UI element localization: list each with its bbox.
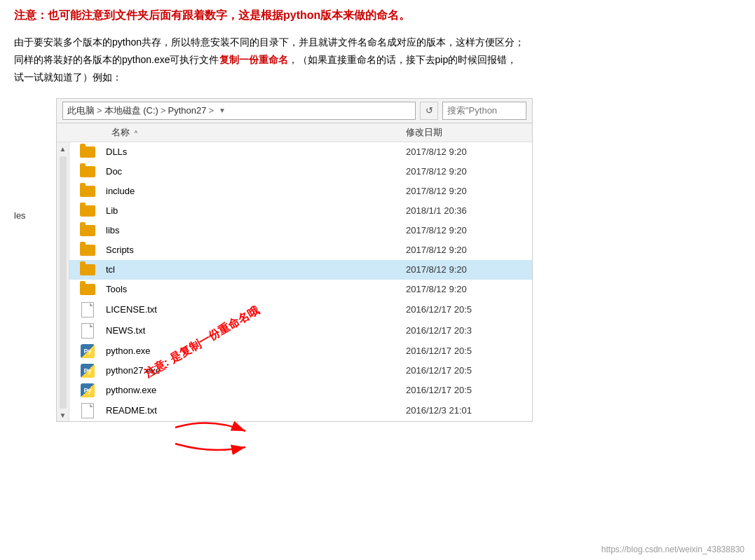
file-date-cell: 2017/8/12 9:20 (406, 225, 532, 235)
file-icon-cell (69, 302, 106, 317)
table-row[interactable]: include 2017/8/12 9:20 (69, 182, 532, 201)
folder-icon (80, 264, 95, 275)
python-exe-icon: Py (81, 383, 95, 397)
file-name-cell: Lib (106, 205, 406, 216)
table-row[interactable]: Py python.exe 2016/12/17 20:5 (69, 341, 532, 361)
file-icon-cell (69, 186, 106, 197)
desc-line2-part1: 同样的将装好的各版本的python.exe可执行文件 (14, 54, 219, 65)
table-row[interactable]: Py python27.exe 2016/12/17 20:5 (69, 361, 532, 381)
path-box[interactable]: 此电脑 > 本地磁盘 (C:) > Python27 > ▼ (62, 102, 416, 120)
table-row[interactable]: LICENSE.txt 2016/12/17 20:5 (69, 299, 532, 320)
file-date-cell: 2018/1/1 20:36 (406, 205, 532, 216)
file-date-cell: 2017/8/12 9:20 (406, 186, 532, 196)
column-name[interactable]: 名称 ^ (69, 126, 406, 139)
file-icon-cell (69, 284, 106, 295)
highlight-copy-rename: 复制一份重命名 (219, 54, 288, 65)
folder-icon (80, 146, 95, 158)
table-row[interactable]: libs 2017/8/12 9:20 (69, 221, 532, 240)
folder-icon (80, 225, 95, 236)
file-name-cell: LICENSE.txt (106, 304, 406, 315)
file-name-cell: Doc (106, 166, 406, 177)
scroll-track[interactable] (60, 156, 67, 409)
file-name-cell: pythonw.exe (106, 385, 406, 395)
file-name-cell: DLLs (106, 146, 406, 157)
file-icon-cell: Py (69, 383, 106, 397)
file-date-cell: 2016/12/17 20:3 (406, 325, 532, 336)
file-name-cell: Scripts (106, 245, 406, 255)
file-name-cell: Tools (106, 284, 406, 294)
desc-line3: 试一试就知道了）例如： (14, 71, 122, 83)
scroll-down-arrow[interactable]: ▼ (60, 410, 67, 421)
file-icon-cell (69, 403, 106, 418)
file-icon-cell (69, 146, 106, 158)
file-icon-cell: Py (69, 364, 106, 378)
refresh-button[interactable]: ↺ (420, 102, 438, 120)
file-items-list: DLLs 2017/8/12 9:20 Doc 2017/8/12 9:20 i… (69, 142, 532, 421)
file-name-cell: NEWS.txt (106, 325, 406, 336)
folder-icon (80, 284, 95, 295)
file-date-cell: 2016/12/17 20:5 (406, 304, 532, 315)
table-row[interactable]: tcl 2017/8/12 9:20 (69, 260, 532, 280)
document-icon (81, 302, 94, 317)
column-date[interactable]: 修改日期 (406, 126, 532, 139)
folder-icon (80, 186, 95, 197)
desc-line1: 由于要安装多个版本的python共存，所以特意安装不同的目录下，并且就讲文件名命… (14, 36, 524, 48)
watermark: https://blog.csdn.net/weixin_43838830 (601, 545, 744, 554)
file-date-cell: 2017/8/12 9:20 (406, 264, 532, 275)
path-sep2: > (161, 105, 166, 116)
left-label: les (14, 98, 35, 221)
file-icon-cell (69, 166, 106, 177)
table-row[interactable]: Lib 2018/1/1 20:36 (69, 201, 532, 221)
description-text: 由于要安装多个版本的python共存，所以特意安装不同的目录下，并且就讲文件名命… (14, 34, 741, 87)
file-icon-cell (69, 245, 106, 256)
file-explorer: 此电脑 > 本地磁盘 (C:) > Python27 > ▼ ↺ 名称 ^ (56, 98, 533, 422)
path-dropdown-arrow: ▼ (219, 107, 226, 114)
folder-icon (80, 205, 95, 217)
file-icon-cell (69, 264, 106, 275)
scrollbar[interactable]: ▲ ▼ (57, 142, 69, 421)
file-date-cell: 2017/8/12 9:20 (406, 284, 532, 294)
table-row[interactable]: DLLs 2017/8/12 9:20 (69, 142, 532, 162)
file-icon-cell (69, 323, 106, 339)
file-list-header: 名称 ^ 修改日期 (57, 123, 532, 142)
file-date-cell: 2016/12/17 20:5 (406, 365, 532, 376)
path-sep1: > (97, 105, 102, 116)
file-date-cell: 2017/8/12 9:20 (406, 245, 532, 255)
file-date-cell: 2017/8/12 9:20 (406, 166, 532, 177)
path-sep3: > (208, 105, 214, 116)
folder-icon (80, 245, 95, 256)
file-date-cell: 2017/8/12 9:20 (406, 146, 532, 157)
table-row[interactable]: README.txt 2016/12/3 21:01 (69, 400, 532, 421)
table-row[interactable]: Scripts 2017/8/12 9:20 (69, 240, 532, 260)
folder-icon (80, 166, 95, 177)
red-arrow-python27 (168, 433, 252, 468)
search-input[interactable] (442, 102, 526, 120)
file-name-cell: python27.exe (106, 365, 406, 376)
address-bar: 此电脑 > 本地磁盘 (C:) > Python27 > ▼ ↺ (57, 99, 532, 123)
table-row[interactable]: Py pythonw.exe 2016/12/17 20:5 (69, 381, 532, 400)
file-date-cell: 2016/12/17 20:5 (406, 385, 532, 395)
table-row[interactable]: Doc 2017/8/12 9:20 (69, 162, 532, 182)
path-part2: 本地磁盘 (C:) (104, 104, 158, 117)
table-row[interactable]: Tools 2017/8/12 9:20 (69, 280, 532, 299)
file-date-cell: 2016/12/3 21:01 (406, 405, 532, 416)
sort-arrow: ^ (135, 130, 137, 137)
file-name-cell: tcl (106, 264, 406, 275)
desc-line2-part3: ，（如果直接重命名的话，接下去pip的时候回报错， (288, 54, 517, 65)
path-part3: Python27 (168, 105, 206, 116)
file-name-cell: include (106, 186, 406, 196)
file-name-cell: python.exe (106, 346, 406, 356)
document-icon (81, 323, 94, 339)
path-part1: 此电脑 (67, 104, 95, 117)
file-name-cell: README.txt (106, 405, 406, 416)
python-exe-icon: Py (81, 344, 95, 358)
scroll-up-arrow[interactable]: ▲ (60, 144, 67, 155)
page-content: 注意：也可能注意到文件夹后面有跟着数字，这是根据python版本来做的命名。 由… (0, 0, 755, 429)
python-exe-icon: Py (81, 364, 95, 378)
file-list-body: ▲ ▼ DLLs 2017/8/12 9:20 Doc 2017/8/12 9:… (57, 142, 532, 421)
table-row[interactable]: NEWS.txt 2016/12/17 20:3 (69, 320, 532, 341)
file-icon-cell: Py (69, 344, 106, 358)
file-icon-cell (69, 205, 106, 217)
document-icon (81, 403, 94, 418)
file-icon-cell (69, 225, 106, 236)
